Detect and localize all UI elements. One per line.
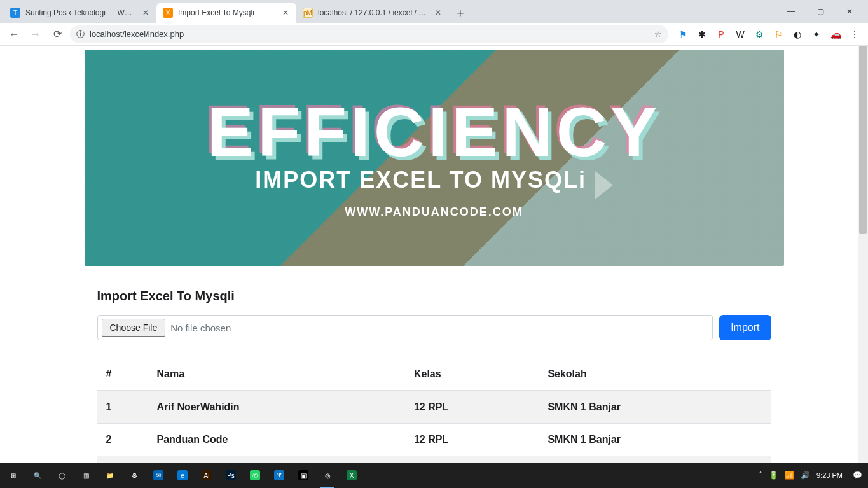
- tab-title: Sunting Pos ‹ Teknologi — WordP: [25, 8, 136, 17]
- cell-sekolah: SMKN 1 Banjar: [539, 391, 771, 424]
- tray-volume[interactable]: 🔊: [801, 471, 810, 480]
- pinterest-icon[interactable]: P: [715, 29, 727, 40]
- ext-6-icon[interactable]: ⚐: [773, 29, 784, 40]
- tab-phpmyadmin[interactable]: pM localhost / 127.0.0.1 / iexcel / dat …: [296, 3, 449, 23]
- file-chosen-text: No file chosen: [170, 323, 231, 333]
- taskbar-cmd[interactable]: ▣: [293, 463, 314, 488]
- cell-kelas: 12 RPL: [405, 456, 539, 463]
- taskbar-search[interactable]: 🔍: [27, 463, 48, 488]
- phpmyadmin-favicon: pM: [303, 8, 313, 18]
- taskbar-vscode[interactable]: ⧩: [268, 463, 290, 488]
- window-controls: — ▢ ✕: [776, 0, 864, 23]
- nav-back-button[interactable]: ←: [5, 25, 23, 43]
- chrome-menu-icon[interactable]: ⋮: [849, 29, 860, 40]
- cell-nama: Admad: [148, 456, 405, 463]
- file-input[interactable]: Choose File No file chosen: [97, 315, 713, 340]
- extensions-icon[interactable]: ✦: [811, 29, 822, 40]
- taskbar-mail[interactable]: ✉: [148, 463, 169, 488]
- taskbar-clock[interactable]: 9:23 PM: [816, 471, 846, 479]
- tab-import-excel[interactable]: X Import Excel To Mysqli ✕: [156, 3, 296, 23]
- ext-9-icon[interactable]: 🚗: [830, 29, 841, 40]
- cell-kelas: 12 RPL: [405, 391, 539, 424]
- close-icon[interactable]: ✕: [281, 8, 290, 17]
- clock-time: 9:23 PM: [816, 471, 843, 479]
- cell-idx: 1: [97, 391, 148, 424]
- notification-center-icon[interactable]: 💬: [846, 463, 868, 488]
- new-tab-button[interactable]: ＋: [451, 4, 469, 22]
- tray-wifi[interactable]: 📶: [785, 471, 794, 480]
- taskbar-illustrator[interactable]: Ai: [196, 463, 217, 488]
- cell-sekolah: SMKN 1 Banjar: [539, 456, 771, 463]
- window-minimize[interactable]: —: [776, 1, 806, 22]
- extension-icons: ⚑✱PW⚙⚐◐✦🚗⋮: [672, 29, 863, 40]
- section-title: Import Excel To Mysqli: [97, 289, 771, 303]
- cell-nama: Panduan Code: [148, 424, 405, 456]
- bookmark-star-icon[interactable]: ☆: [654, 29, 662, 39]
- taskbar-cortana[interactable]: ◯: [51, 463, 72, 488]
- col-nama: Nama: [148, 358, 405, 391]
- taskbar-excel-task[interactable]: X: [341, 463, 362, 488]
- import-form-row: Choose File No file chosen Import: [97, 315, 771, 340]
- wordpress-favicon: T: [10, 8, 20, 18]
- cell-idx: 3: [97, 456, 148, 463]
- close-icon[interactable]: ✕: [141, 8, 150, 17]
- hero-subtitle: IMPORT EXCEL TO MYSQLi: [255, 167, 586, 193]
- hero-big-text: EFFICIENCY: [207, 97, 661, 167]
- taskbar-edge[interactable]: e: [172, 463, 193, 488]
- cell-nama: Arif NoerWahidin: [148, 391, 405, 424]
- tab-title: localhost / 127.0.0.1 / iexcel / dat: [318, 8, 429, 17]
- cell-kelas: 12 RPL: [405, 424, 539, 456]
- taskbar-photoshop[interactable]: Ps: [220, 463, 242, 488]
- vertical-scrollbar[interactable]: [858, 46, 868, 463]
- cell-sekolah: SMKN 1 Banjar: [539, 424, 771, 456]
- table-row: 2Panduan Code12 RPLSMKN 1 Banjar: [97, 424, 771, 456]
- nav-reload-button[interactable]: ⟳: [48, 25, 66, 43]
- table-row: 3Admad12 RPLSMKN 1 Banjar: [97, 456, 771, 463]
- site-info-icon[interactable]: ⓘ: [76, 29, 85, 40]
- data-table: # Nama Kelas Sekolah 1Arif NoerWahidin12…: [97, 358, 771, 463]
- browser-toolbar: ← → ⟳ ⓘ localhost/iexcel/index.php ☆ ⚑✱P…: [0, 23, 868, 46]
- xampp-favicon: X: [163, 8, 173, 18]
- scrollbar-thumb[interactable]: [859, 46, 867, 234]
- hero-site-text: WWW.PANDUANCODE.COM: [345, 206, 523, 219]
- taskbar-file-explorer[interactable]: 📁: [99, 463, 121, 488]
- ext-2-icon[interactable]: ✱: [696, 29, 708, 40]
- col-kelas: Kelas: [405, 358, 539, 391]
- tray-battery[interactable]: 🔋: [769, 471, 778, 480]
- taskbar-start[interactable]: ⊞: [3, 463, 24, 488]
- taskbar-whatsapp[interactable]: ✆: [244, 463, 266, 488]
- choose-file-button[interactable]: Choose File: [102, 319, 166, 337]
- taskbar-chrome-task[interactable]: ◎: [317, 463, 338, 488]
- taskbar-app-settings[interactable]: ⚙: [123, 463, 145, 488]
- window-close[interactable]: ✕: [835, 1, 864, 22]
- browser-tab-strip: T Sunting Pos ‹ Teknologi — WordP ✕ X Im…: [0, 0, 868, 23]
- windows-taskbar: ⊞🔍◯▥📁⚙✉eAiPs✆⧩▣◎X ˄🔋📶🔊 9:23 PM 💬: [0, 463, 868, 488]
- hero-banner: EFFICIENCY IMPORT EXCEL TO MYSQLi WWW.PA…: [85, 50, 784, 266]
- nav-forward-button[interactable]: →: [27, 25, 45, 43]
- react-devtools-icon[interactable]: ⚙: [754, 29, 765, 40]
- tray-chevron[interactable]: ˄: [759, 471, 762, 480]
- page-viewport[interactable]: EFFICIENCY IMPORT EXCEL TO MYSQLi WWW.PA…: [0, 46, 868, 463]
- table-row: 1Arif NoerWahidin12 RPLSMKN 1 Banjar: [97, 391, 771, 424]
- arrow-right-icon: [595, 171, 613, 199]
- ext-4-icon[interactable]: W: [734, 29, 746, 40]
- import-button[interactable]: Import: [719, 315, 771, 340]
- col-index: #: [97, 358, 148, 391]
- url-text: localhost/iexcel/index.php: [90, 29, 649, 39]
- ext-1-icon[interactable]: ⚑: [677, 29, 689, 40]
- cell-idx: 2: [97, 424, 148, 456]
- taskbar-taskview[interactable]: ▥: [75, 463, 97, 488]
- tab-title: Import Excel To Mysqli: [178, 8, 276, 17]
- tab-wordpress[interactable]: T Sunting Pos ‹ Teknologi — WordP ✕: [4, 3, 156, 23]
- close-icon[interactable]: ✕: [434, 8, 443, 17]
- window-maximize[interactable]: ▢: [806, 1, 835, 22]
- col-sekolah: Sekolah: [539, 358, 771, 391]
- address-bar[interactable]: ⓘ localhost/iexcel/index.php ☆: [70, 25, 668, 43]
- ext-7-icon[interactable]: ◐: [792, 29, 803, 40]
